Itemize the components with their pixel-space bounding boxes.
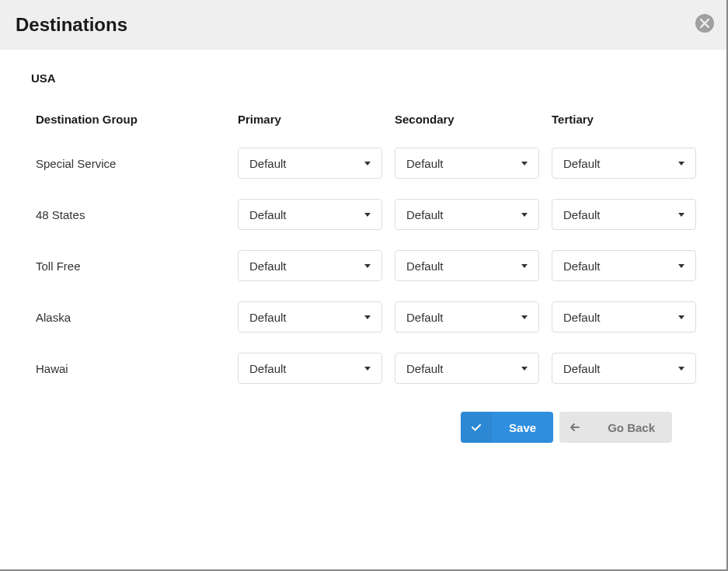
dropdown-button[interactable]: Default xyxy=(395,148,539,179)
dropdown-button[interactable]: Default xyxy=(552,250,696,281)
table-row: Alaska Default Default Default xyxy=(31,301,695,333)
region-title: USA xyxy=(31,71,695,85)
arrow-left-icon xyxy=(559,412,590,443)
chevron-down-icon xyxy=(521,367,528,371)
dropdown-secondary: Default xyxy=(395,148,539,179)
table-row: Toll Free Default Default Default xyxy=(31,250,695,281)
dropdown-primary: Default xyxy=(238,199,382,230)
chevron-down-icon xyxy=(521,264,528,268)
dropdown-primary: Default xyxy=(238,301,382,333)
chevron-down-icon xyxy=(364,213,371,217)
dropdown-value: Default xyxy=(563,259,601,273)
dropdown-secondary: Default xyxy=(395,250,539,281)
dropdown-primary: Default xyxy=(238,353,382,384)
table-row: 48 States Default Default Default xyxy=(31,199,695,230)
close-icon xyxy=(700,19,709,28)
dropdown-tertiary: Default xyxy=(552,301,696,333)
dropdown-button[interactable]: Default xyxy=(238,199,382,230)
dropdown-tertiary: Default xyxy=(552,148,696,179)
table-row: Special Service Default Default Default xyxy=(31,148,695,179)
chevron-down-icon xyxy=(678,213,684,217)
dropdown-value: Default xyxy=(406,259,444,273)
dropdown-tertiary: Default xyxy=(552,199,696,230)
page-title: Destinations xyxy=(16,14,127,36)
dropdown-value: Default xyxy=(406,311,444,324)
destination-table: Destination Group Primary Secondary Tert… xyxy=(31,113,695,384)
dropdown-value: Default xyxy=(563,157,601,170)
chevron-down-icon xyxy=(364,264,371,268)
dropdown-tertiary: Default xyxy=(552,353,696,384)
dropdown-button[interactable]: Default xyxy=(238,148,382,179)
dropdown-value: Default xyxy=(406,208,444,221)
dropdown-button[interactable]: Default xyxy=(238,353,382,384)
dropdown-tertiary: Default xyxy=(552,250,696,281)
row-label: Toll Free xyxy=(36,259,238,273)
close-button[interactable] xyxy=(695,14,714,33)
col-header-tertiary: Tertiary xyxy=(552,113,709,126)
chevron-down-icon xyxy=(678,162,684,165)
page-header: Destinations xyxy=(0,0,726,50)
row-label: 48 States xyxy=(36,208,238,221)
chevron-down-icon xyxy=(364,367,371,371)
dropdown-value: Default xyxy=(249,311,287,324)
chevron-down-icon xyxy=(521,162,528,165)
col-header-secondary: Secondary xyxy=(395,113,552,126)
dropdown-value: Default xyxy=(406,157,444,170)
chevron-down-icon xyxy=(678,367,684,371)
row-label: Special Service xyxy=(36,157,238,170)
dropdown-value: Default xyxy=(249,362,287,375)
chevron-down-icon xyxy=(678,264,684,268)
col-header-group: Destination Group xyxy=(36,113,238,126)
save-button-label: Save xyxy=(492,421,553,434)
content-area: USA Destination Group Primary Secondary … xyxy=(0,50,726,458)
dropdown-value: Default xyxy=(563,208,601,221)
dropdown-button[interactable]: Default xyxy=(552,301,696,333)
dropdown-button[interactable]: Default xyxy=(395,353,539,384)
dropdown-value: Default xyxy=(249,208,287,221)
go-back-button-label: Go Back xyxy=(590,421,672,434)
dropdown-value: Default xyxy=(563,362,601,375)
go-back-button[interactable]: Go Back xyxy=(559,412,672,443)
save-button[interactable]: Save xyxy=(461,412,553,443)
dropdown-button[interactable]: Default xyxy=(395,301,539,333)
dropdown-value: Default xyxy=(563,311,601,324)
chevron-down-icon xyxy=(521,315,528,319)
dropdown-button[interactable]: Default xyxy=(238,301,382,333)
col-header-primary: Primary xyxy=(238,113,395,126)
dropdown-button[interactable]: Default xyxy=(552,199,696,230)
dropdown-button[interactable]: Default xyxy=(552,148,696,179)
dropdown-value: Default xyxy=(249,259,287,273)
table-row: Hawai Default Default Default xyxy=(31,353,695,384)
dropdown-primary: Default xyxy=(238,148,382,179)
chevron-down-icon xyxy=(521,213,528,217)
dropdown-secondary: Default xyxy=(395,301,539,333)
dropdown-primary: Default xyxy=(238,250,382,281)
chevron-down-icon xyxy=(678,315,684,319)
dropdown-button[interactable]: Default xyxy=(395,199,539,230)
dropdown-secondary: Default xyxy=(395,199,539,230)
button-row: Save Go Back xyxy=(31,412,695,443)
chevron-down-icon xyxy=(364,315,371,319)
dropdown-button[interactable]: Default xyxy=(552,353,696,384)
dropdown-value: Default xyxy=(406,362,444,375)
dropdown-button[interactable]: Default xyxy=(395,250,539,281)
check-icon xyxy=(461,412,492,443)
row-label: Alaska xyxy=(36,311,238,324)
table-header: Destination Group Primary Secondary Tert… xyxy=(31,113,695,126)
chevron-down-icon xyxy=(364,162,371,165)
dropdown-value: Default xyxy=(249,157,287,170)
dropdown-button[interactable]: Default xyxy=(238,250,382,281)
dropdown-secondary: Default xyxy=(395,353,539,384)
row-label: Hawai xyxy=(36,362,238,375)
